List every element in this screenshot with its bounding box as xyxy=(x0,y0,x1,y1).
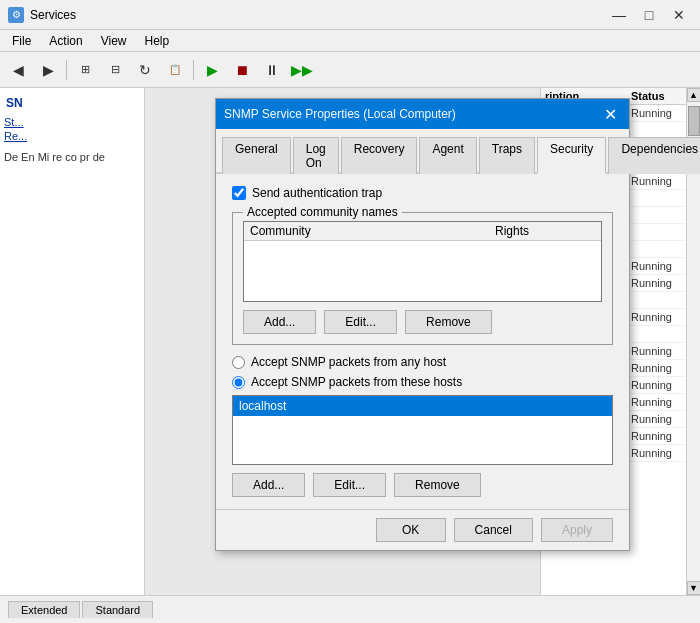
community-list-header: Community Rights xyxy=(244,222,601,241)
status-bar: Extended Standard xyxy=(0,595,700,623)
toolbar-export[interactable]: 📋 xyxy=(161,56,189,84)
toolbar-forward[interactable]: ▶ xyxy=(34,56,62,84)
tab-logon[interactable]: Log On xyxy=(293,137,339,174)
dialog-tabs: General Log On Recovery Agent Traps Secu… xyxy=(216,129,629,174)
toolbar-refresh[interactable]: ↻ xyxy=(131,56,159,84)
main-layout: SN St... Re... De En Mi re co pr de ript… xyxy=(0,88,700,595)
toolbar-stop[interactable]: ⏹ xyxy=(228,56,256,84)
tab-security[interactable]: Security xyxy=(537,137,606,174)
app-icon: ⚙ xyxy=(8,7,24,23)
hosts-edit-button[interactable]: Edit... xyxy=(313,473,386,497)
hosts-add-button[interactable]: Add... xyxy=(232,473,305,497)
toolbar-back[interactable]: ◀ xyxy=(4,56,32,84)
toolbar-scope[interactable]: ⊟ xyxy=(101,56,129,84)
apply-button[interactable]: Apply xyxy=(541,518,613,542)
community-btn-row: Add... Edit... Remove xyxy=(243,310,602,334)
community-edit-button[interactable]: Edit... xyxy=(324,310,397,334)
col-rights: Rights xyxy=(495,224,595,238)
sidebar-description: De En Mi re co pr de xyxy=(4,150,140,165)
cancel-button[interactable]: Cancel xyxy=(454,518,533,542)
toolbar-restart[interactable]: ▶▶ xyxy=(288,56,316,84)
dialog-footer: OK Cancel Apply xyxy=(216,509,629,550)
community-names-group: Accepted community names Community Right… xyxy=(232,212,613,345)
hosts-remove-button[interactable]: Remove xyxy=(394,473,481,497)
app-close-button[interactable]: ✕ xyxy=(666,5,692,25)
toolbar-play[interactable]: ▶ xyxy=(198,56,226,84)
community-list-box[interactable]: Community Rights xyxy=(243,221,602,302)
tab-agent[interactable]: Agent xyxy=(419,137,476,174)
sidebar-header: SN xyxy=(4,92,140,114)
radio-any-label[interactable]: Accept SNMP packets from any host xyxy=(251,355,446,369)
menu-file[interactable]: File xyxy=(4,32,39,50)
radio-these-row: Accept SNMP packets from these hosts xyxy=(232,375,613,389)
toolbar-show-hide[interactable]: ⊞ xyxy=(71,56,99,84)
title-bar: ⚙ Services — □ ✕ xyxy=(0,0,700,30)
menu-help[interactable]: Help xyxy=(137,32,178,50)
dialog-overlay: SNMP Service Properties (Local Computer)… xyxy=(145,88,700,595)
send-auth-trap-row: Send authentication trap xyxy=(232,186,613,200)
content-area: ription Status ides no... Running ages a… xyxy=(145,88,700,595)
dialog-title: SNMP Service Properties (Local Computer) xyxy=(224,107,456,121)
community-remove-button[interactable]: Remove xyxy=(405,310,492,334)
community-names-legend: Accepted community names xyxy=(243,205,402,219)
hosts-btn-row: Add... Edit... Remove xyxy=(232,473,613,497)
tab-recovery[interactable]: Recovery xyxy=(341,137,418,174)
tab-standard[interactable]: Standard xyxy=(82,601,153,618)
community-add-button[interactable]: Add... xyxy=(243,310,316,334)
ok-button[interactable]: OK xyxy=(376,518,446,542)
radio-any-row: Accept SNMP packets from any host xyxy=(232,355,613,369)
dialog-title-bar: SNMP Service Properties (Local Computer)… xyxy=(216,99,629,129)
menu-action[interactable]: Action xyxy=(41,32,90,50)
hosts-list-box[interactable]: localhost xyxy=(232,395,613,465)
minimize-button[interactable]: — xyxy=(606,5,632,25)
app-title: Services xyxy=(30,8,76,22)
toolbar: ◀ ▶ ⊞ ⊟ ↻ 📋 ▶ ⏹ ⏸ ▶▶ xyxy=(0,52,700,88)
toolbar-pause[interactable]: ⏸ xyxy=(258,56,286,84)
send-auth-trap-label[interactable]: Send authentication trap xyxy=(252,186,382,200)
tab-general[interactable]: General xyxy=(222,137,291,174)
tab-extended[interactable]: Extended xyxy=(8,601,80,618)
sidebar-link-1[interactable]: St... xyxy=(4,116,140,128)
radio-these-input[interactable] xyxy=(232,376,245,389)
radio-any-input[interactable] xyxy=(232,356,245,369)
hosts-list-item[interactable]: localhost xyxy=(233,396,612,416)
status-tabs: Extended Standard xyxy=(8,601,155,618)
send-auth-trap-checkbox[interactable] xyxy=(232,186,246,200)
maximize-button[interactable]: □ xyxy=(636,5,662,25)
dialog-close-button[interactable]: ✕ xyxy=(599,104,621,124)
snmp-dialog: SNMP Service Properties (Local Computer)… xyxy=(215,98,630,551)
sidebar: SN St... Re... De En Mi re co pr de xyxy=(0,88,145,595)
dialog-body: Send authentication trap Accepted commun… xyxy=(216,174,629,509)
menu-view[interactable]: View xyxy=(93,32,135,50)
radio-these-label[interactable]: Accept SNMP packets from these hosts xyxy=(251,375,462,389)
menu-bar: File Action View Help xyxy=(0,30,700,52)
community-list-content xyxy=(244,241,601,301)
col-community: Community xyxy=(250,224,495,238)
tab-traps[interactable]: Traps xyxy=(479,137,535,174)
sidebar-link-2[interactable]: Re... xyxy=(4,130,140,142)
tab-dependencies[interactable]: Dependencies xyxy=(608,137,700,174)
